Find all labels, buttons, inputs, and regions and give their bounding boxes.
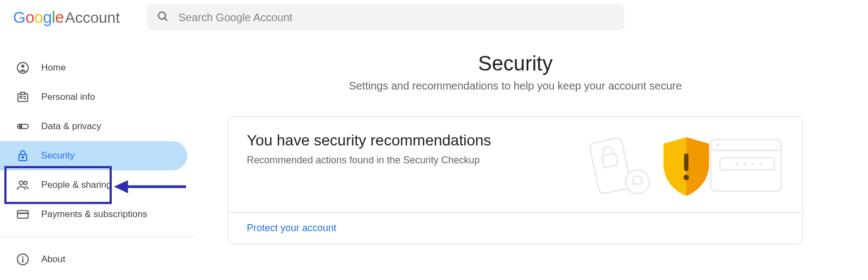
security-recommendations-card: You have security recommendations Recomm… bbox=[228, 116, 803, 244]
sidebar-item-security[interactable]: Security bbox=[0, 141, 187, 170]
page-subtitle: Settings and recommendations to help you… bbox=[228, 80, 803, 92]
sidebar-item-label: About bbox=[41, 254, 65, 265]
sidebar-item-label: Security bbox=[41, 150, 74, 161]
security-illustration bbox=[583, 132, 784, 197]
user-circle-icon bbox=[16, 61, 29, 74]
lock-icon bbox=[16, 149, 29, 162]
sidebar-item-home[interactable]: Home bbox=[0, 53, 195, 82]
svg-point-10 bbox=[20, 125, 22, 128]
search-icon bbox=[157, 10, 169, 24]
svg-point-12 bbox=[22, 157, 24, 158]
people-icon bbox=[16, 179, 29, 192]
svg-point-30 bbox=[736, 163, 738, 166]
card-title: You have security recommendations bbox=[247, 132, 583, 149]
id-card-icon bbox=[16, 91, 29, 104]
svg-point-24 bbox=[626, 170, 649, 194]
sidebar-item-label: People & sharing bbox=[41, 180, 111, 190]
main-content: Security Settings and recommendations to… bbox=[195, 35, 868, 274]
protect-account-link[interactable]: Protect your account bbox=[228, 212, 802, 244]
sidebar-item-label: Payments & subscriptions bbox=[41, 209, 148, 220]
svg-rect-34 bbox=[684, 154, 688, 171]
toggle-icon bbox=[16, 120, 29, 133]
sidebar-item-about[interactable]: About bbox=[0, 245, 195, 274]
svg-point-31 bbox=[744, 163, 746, 166]
sidebar-item-personal-info[interactable]: Personal info bbox=[0, 82, 195, 112]
page-title: Security bbox=[228, 52, 803, 75]
svg-point-28 bbox=[716, 143, 719, 147]
svg-point-3 bbox=[21, 65, 24, 68]
svg-point-13 bbox=[20, 181, 23, 185]
info-icon bbox=[16, 253, 29, 266]
search-box[interactable] bbox=[147, 4, 624, 30]
svg-rect-26 bbox=[711, 139, 781, 191]
sidebar-item-label: Home bbox=[41, 62, 66, 73]
svg-rect-5 bbox=[21, 92, 25, 94]
svg-point-32 bbox=[752, 163, 755, 166]
svg-point-6 bbox=[20, 96, 22, 98]
card-description: Recommended actions found in the Securit… bbox=[247, 155, 583, 166]
svg-point-14 bbox=[24, 181, 27, 184]
account-label: Account bbox=[65, 9, 120, 27]
svg-line-1 bbox=[164, 18, 167, 21]
header: Google Account bbox=[0, 0, 868, 35]
search-input[interactable] bbox=[178, 11, 615, 24]
divider bbox=[0, 237, 195, 237]
svg-point-35 bbox=[684, 175, 689, 180]
svg-point-33 bbox=[760, 163, 763, 166]
credit-card-icon bbox=[16, 208, 29, 221]
svg-point-25 bbox=[636, 186, 639, 188]
sidebar-item-people-sharing[interactable]: People & sharing bbox=[0, 170, 195, 200]
sidebar-item-label: Personal info bbox=[41, 92, 95, 103]
svg-rect-29 bbox=[720, 158, 774, 170]
svg-rect-15 bbox=[17, 211, 28, 218]
google-wordmark: Google bbox=[13, 8, 64, 27]
sidebar-item-payments[interactable]: Payments & subscriptions bbox=[0, 200, 195, 229]
sidebar-item-label: Data & privacy bbox=[41, 121, 101, 132]
svg-point-0 bbox=[158, 12, 165, 19]
sidebar: Home Personal info Data & bbox=[0, 35, 195, 274]
google-account-logo[interactable]: Google Account bbox=[13, 8, 120, 27]
sidebar-item-data-privacy[interactable]: Data & privacy bbox=[0, 112, 195, 141]
